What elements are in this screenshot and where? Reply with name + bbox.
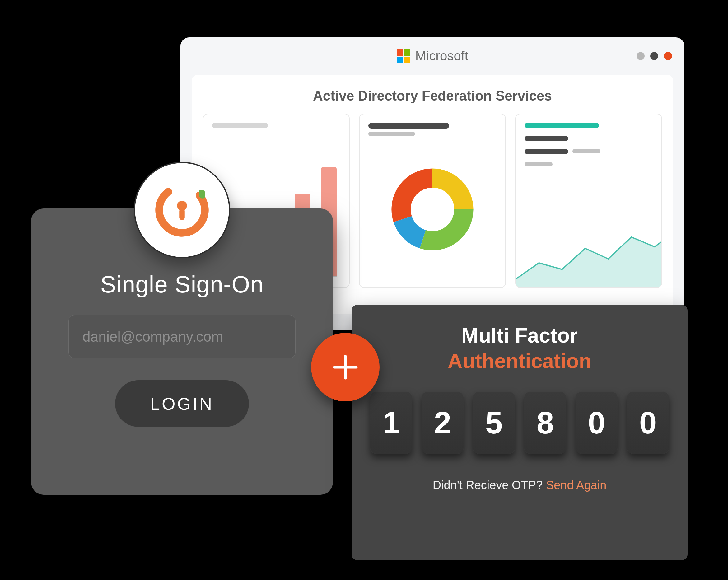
otp-row: 125800 — [370, 392, 669, 454]
mfa-card: Multi Factor Authentication 125800 Didn'… — [352, 305, 687, 560]
miniorange-logo-icon — [149, 177, 215, 243]
sso-title: Single Sign-On — [50, 271, 314, 298]
mfa-title-line2: Authentication — [370, 349, 669, 373]
microsoft-logo-text: Microsoft — [415, 49, 468, 64]
window-close-dot[interactable] — [664, 52, 672, 60]
sso-card: Single Sign-On daniel@company.com LOGIN — [31, 208, 333, 495]
mfa-title-line1: Multi Factor — [370, 324, 669, 347]
skeleton-line — [572, 149, 600, 153]
skeleton-line — [524, 149, 568, 154]
login-button[interactable]: LOGIN — [115, 380, 249, 427]
skeleton-line — [368, 123, 449, 128]
area-chart — [516, 206, 662, 287]
donut-chart-card — [359, 114, 506, 288]
mfa-footer: Didn't Recieve OTP? Send Again — [370, 479, 669, 492]
mfa-footer-text: Didn't Recieve OTP? — [433, 479, 546, 491]
skeleton-line — [524, 123, 599, 128]
area-chart-card — [515, 114, 662, 288]
skeleton-line — [212, 123, 268, 128]
email-placeholder: daniel@company.com — [82, 328, 223, 345]
skeleton-line — [524, 136, 568, 141]
plus-badge — [311, 333, 380, 401]
miniorange-logo-badge — [134, 162, 230, 258]
microsoft-logo: Microsoft — [397, 49, 468, 64]
otp-digit[interactable]: 0 — [576, 392, 618, 454]
titlebar: Microsoft — [180, 37, 684, 75]
otp-digit[interactable]: 0 — [627, 392, 669, 454]
window-minimize-dot[interactable] — [636, 52, 645, 60]
otp-digit[interactable]: 1 — [370, 392, 412, 454]
skeleton-line — [524, 162, 552, 167]
otp-digit[interactable]: 5 — [473, 392, 515, 454]
resend-otp-link[interactable]: Send Again — [546, 479, 606, 491]
svg-rect-2 — [179, 209, 185, 220]
otp-digit[interactable]: 2 — [421, 392, 464, 454]
donut-chart — [389, 166, 476, 253]
microsoft-logo-icon — [397, 49, 410, 63]
skeleton-line — [368, 132, 415, 136]
page-title: Active Directory Federation Services — [203, 87, 662, 104]
plus-icon — [328, 350, 362, 384]
window-maximize-dot[interactable] — [650, 52, 658, 60]
email-field[interactable]: daniel@company.com — [69, 315, 295, 358]
otp-digit[interactable]: 8 — [524, 392, 566, 454]
window-controls[interactable] — [636, 52, 672, 60]
